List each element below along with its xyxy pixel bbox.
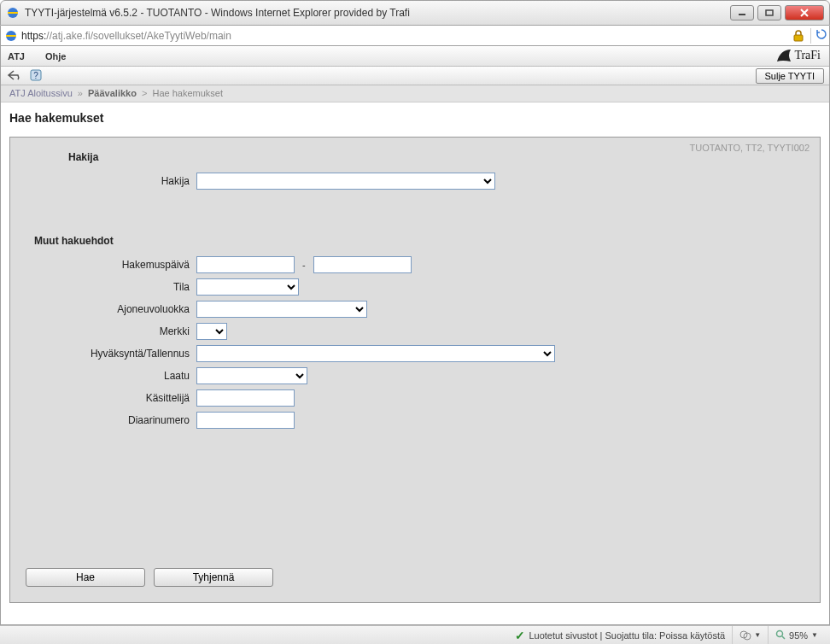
window-title: TYYTI-järjestelmä v6.5.2 - TUOTANTO - Wi… — [25, 7, 730, 19]
chevron-down-icon: ▼ — [811, 631, 818, 639]
help-icon[interactable]: ? — [30, 69, 42, 83]
svg-rect-4 — [794, 35, 803, 41]
hakemuspaiva-from-input[interactable] — [196, 256, 295, 273]
kasittelija-input[interactable] — [196, 389, 295, 407]
label-kasittelija: Käsittelijä — [26, 392, 196, 404]
close-tyyti-button[interactable]: Sulje TYYTI — [756, 68, 825, 84]
menubar: ATJ Ohje TraFi — [1, 46, 829, 67]
window-titlebar: TYYTI-järjestelmä v6.5.2 - TUOTANTO - Wi… — [0, 0, 830, 26]
environment-tag: TUOTANTO, TT2, TYYTI002 — [690, 143, 810, 153]
url-path: //atj.ake.fi/sovellukset/AkeTyytiWeb/mai… — [46, 30, 231, 42]
menu-atj[interactable]: ATJ — [8, 51, 25, 61]
check-icon: ✓ — [515, 629, 525, 642]
label-ajoneuvoluokka: Ajoneuvoluokka — [26, 303, 196, 315]
toolbar: ? Sulje TYYTI — [1, 67, 829, 85]
breadcrumb: ATJ Aloitussivu » Päävalikko > Hae hakem… — [1, 85, 829, 102]
tyhjenna-button[interactable]: Tyhjennä — [154, 568, 273, 587]
magnifier-icon — [775, 629, 786, 641]
ajoneuvoluokka-select[interactable] — [196, 301, 367, 318]
hyvaksynta-select[interactable] — [196, 345, 555, 362]
label-laatu: Laatu — [26, 370, 196, 382]
ie-icon — [6, 6, 20, 20]
zoom-level: 95% — [789, 630, 808, 641]
page-header: Hae hakemukset — [1, 102, 829, 137]
app-body: ATJ Ohje TraFi ? Sulje TYYTI ATJ Aloitus… — [0, 46, 830, 625]
svg-line-10 — [782, 636, 785, 639]
status-trusted-segment: ✓ Luotetut sivustot | Suojattu tila: Poi… — [5, 626, 732, 644]
svg-rect-1 — [739, 14, 745, 15]
status-security-segment[interactable]: ▼ — [732, 626, 768, 644]
status-zoom-segment[interactable]: 95% ▼ — [768, 626, 825, 644]
address-bar: https://atj.ake.fi/sovellukset/AkeTyytiW… — [0, 26, 830, 46]
shield-icon — [739, 629, 751, 641]
label-hyvaksynta: Hyväksyntä/Tallennus — [26, 348, 196, 360]
page-title: Hae hakemukset — [9, 111, 821, 125]
svg-text:?: ? — [33, 71, 38, 80]
window-minimize-button[interactable] — [730, 5, 754, 20]
diaarinumero-input[interactable] — [196, 412, 295, 429]
window-close-button[interactable] — [785, 5, 824, 20]
hakija-select[interactable] — [196, 173, 495, 190]
page-icon — [4, 29, 18, 43]
breadcrumb-mid[interactable]: Päävalikko — [88, 88, 137, 98]
window-maximize-button[interactable] — [757, 5, 781, 20]
breadcrumb-sep: » — [78, 88, 83, 98]
label-hakemuspaiva: Hakemuspäivä — [26, 259, 196, 271]
trafi-logo-text: TraFi — [794, 49, 821, 62]
svg-rect-2 — [766, 10, 773, 15]
lock-icon[interactable] — [793, 30, 805, 42]
tila-select[interactable] — [196, 278, 299, 296]
label-merkki: Merkki — [26, 325, 196, 337]
breadcrumb-leaf: Hae hakemukset — [152, 88, 223, 98]
label-diaarinumero: Diaarinumero — [26, 414, 196, 426]
trafi-logo: TraFi — [775, 48, 821, 63]
merkki-select[interactable] — [196, 323, 227, 340]
hakemuspaiva-to-input[interactable] — [313, 256, 412, 273]
menu-ohje[interactable]: Ohje — [45, 51, 66, 61]
status-bar: ✓ Luotetut sivustot | Suojattu tila: Poi… — [0, 625, 830, 644]
laatu-select[interactable] — [196, 367, 307, 384]
hae-button[interactable]: Hae — [26, 568, 145, 587]
url-scheme: https: — [21, 30, 46, 42]
breadcrumb-sep: > — [142, 88, 147, 98]
svg-point-9 — [777, 630, 783, 636]
url-field[interactable]: https://atj.ake.fi/sovellukset/AkeTyytiW… — [21, 30, 788, 42]
breadcrumb-root[interactable]: ATJ Aloitussivu — [9, 88, 73, 98]
label-hakija: Hakija — [26, 175, 196, 187]
section-muut-header: Muut hakuehdot — [34, 235, 804, 247]
status-trusted-text: Luotetut sivustot | Suojattu tila: Poiss… — [529, 630, 725, 641]
search-panel: TUOTANTO, TT2, TYYTI002 Hakija Hakija Mu… — [9, 137, 821, 603]
chevron-down-icon: ▼ — [754, 631, 761, 639]
date-range-dash: - — [302, 260, 306, 270]
refresh-icon[interactable] — [810, 28, 826, 44]
label-tila: Tila — [26, 281, 196, 293]
back-icon[interactable] — [6, 69, 25, 83]
section-hakija-header: Hakija — [68, 151, 804, 163]
